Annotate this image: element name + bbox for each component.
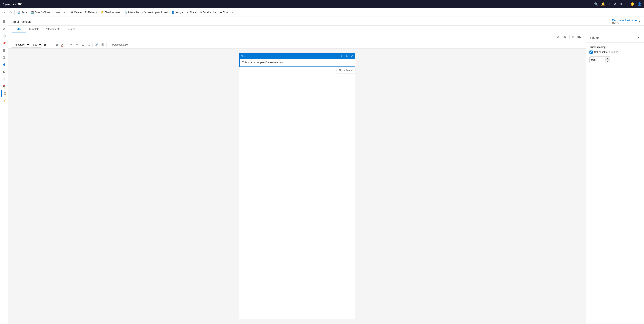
link-button[interactable]: 🔗 [94, 42, 99, 47]
sidebar-item-email-templates[interactable]: 📋 [1, 90, 8, 97]
ordered-list-button[interactable]: ≔ [74, 42, 80, 47]
sidebar-item-recent[interactable]: 🕐 [1, 33, 8, 39]
settings-icon[interactable]: ⚙ [620, 2, 622, 6]
font-color-button[interactable]: A ▾ [60, 42, 66, 47]
feedback-icon[interactable]: 😊 [630, 2, 634, 6]
help-icon[interactable]: ? [626, 2, 627, 6]
text-content-box[interactable]: This is an example of a text element. Go… [240, 59, 355, 67]
sidebar-item-pinned[interactable]: 📌 [1, 40, 8, 46]
align-button[interactable]: ≡ ▾ [68, 42, 74, 47]
flow-button[interactable]: ⇌ Flow [218, 10, 230, 14]
bold-button[interactable]: B [42, 42, 48, 47]
right-panel-header: Edit text ✕ [586, 33, 644, 42]
italic-button[interactable]: I [48, 42, 54, 47]
text-content: This is an example of a text element. [242, 61, 284, 64]
text-element-label: Text [240, 55, 246, 57]
comment-button[interactable]: 💬 [100, 42, 105, 47]
refresh-button[interactable]: ↻ Refresh [84, 10, 98, 14]
app-brand[interactable]: Dynamics 365 [2, 2, 22, 6]
underline-button[interactable]: U [54, 42, 60, 47]
search-icon[interactable]: 🔍 [594, 2, 598, 6]
redo-button[interactable]: ↻ [562, 34, 568, 40]
delete-button[interactable]: 🗑 Delete [69, 10, 83, 14]
share-button[interactable]: ↗ Share [185, 10, 198, 14]
sidebar-item-notes[interactable]: 🗒 [1, 69, 8, 75]
owner-label: Owner [612, 22, 637, 24]
set-equal-checkbox[interactable] [590, 50, 593, 54]
new-dropdown-button[interactable]: ▾ [62, 10, 67, 14]
unordered-list-button[interactable]: ☰ [80, 42, 86, 47]
notification-icon[interactable]: 🔔 [601, 2, 605, 6]
back-button[interactable]: ← [2, 10, 8, 14]
paragraph-style-select[interactable]: Paragraph [12, 42, 30, 47]
right-panel-title: Edit text [590, 36, 600, 39]
save-close-button[interactable]: 💾 Save & Close [29, 10, 51, 14]
comment-icon: 💬 [101, 43, 104, 46]
popout-button[interactable]: ⬡ [8, 10, 13, 14]
personalization-button[interactable]: {} Personalization [108, 43, 131, 47]
record-title: Email Template [12, 20, 31, 23]
text-copy-button[interactable]: ⧉ [344, 54, 349, 58]
top-nav-icons: 🔍 🔔 + ⚗ ⚙ ? 😊 👤 [594, 2, 642, 6]
tab-template[interactable]: Template [26, 25, 42, 33]
editor-top-divider [570, 35, 570, 39]
text-delete-button[interactable]: 🗑 [339, 54, 344, 58]
spacing-value-input[interactable] [590, 56, 606, 63]
top-nav: Dynamics 365 | 🔍 🔔 + ⚗ ⚙ ? 😊 👤 [0, 0, 644, 8]
sidebar-item-grid[interactable]: ⊞ [1, 47, 8, 53]
filter-icon[interactable]: ⚗ [614, 2, 616, 6]
save-button[interactable]: 💾 Save [16, 10, 29, 14]
font-color-label: A [61, 43, 63, 46]
sidebar-item-menu[interactable]: ☰ [1, 18, 8, 25]
text-copy-icon: ⧉ [346, 55, 348, 57]
check-access-icon: 🔑 [100, 11, 104, 14]
check-access-button[interactable]: 🔑 Check Access [99, 10, 122, 14]
sidebar-item-tasks[interactable]: ☑ [1, 54, 8, 61]
tab-attachments[interactable]: Attachments [42, 25, 63, 33]
format-divider-2 [92, 43, 93, 47]
spacing-stepper: ▲ ▼ [606, 56, 610, 63]
outer-spacing-title: Outer spacing [590, 46, 641, 48]
go-to-parent-button[interactable]: Go to Parent [337, 68, 355, 73]
tab-editor[interactable]: Editor [12, 25, 26, 33]
tab-related[interactable]: Related [63, 25, 79, 33]
text-element-actions: ↩ 🗑 ⧉ ⤢ [334, 54, 354, 58]
set-equal-label: Set equal for all sides [594, 51, 618, 53]
more-actions-button[interactable]: ⋯ [235, 9, 241, 15]
main-layout: ☰ ⌂ 🕐 📌 ⊞ ☑ 👤 🗒 📄 📚 📋 📝 Email Template F… [0, 17, 644, 324]
personalization-label: Personalization [112, 43, 129, 46]
flow-dropdown-arrow-icon: ▾ [232, 11, 233, 13]
more-formatting-button[interactable]: … [86, 42, 92, 47]
email-link-button[interactable]: ✉ Email a Link [198, 10, 218, 14]
spacing-up-button[interactable]: ▲ [606, 57, 610, 60]
text-move-button[interactable]: ⤢ [350, 54, 354, 58]
user-icon[interactable]: 👤 [638, 2, 642, 6]
editor-top-bar: ↺ ↻ </> HTML [8, 33, 586, 41]
personalization-icon: {} [110, 43, 111, 46]
insert-dynamic-button[interactable]: </> Insert dynamic text [141, 10, 169, 14]
html-view-button[interactable]: </> HTML [571, 35, 583, 38]
attach-file-button[interactable]: 📎 Attach file [122, 10, 140, 14]
assign-button[interactable]: 👤 Assign [170, 10, 184, 14]
owner-info: First name Last name Owner ▾ [612, 19, 640, 24]
unordered-list-icon: ☰ [82, 43, 84, 46]
flow-dropdown-button[interactable]: ▾ [230, 10, 234, 14]
right-panel-close-button[interactable]: ✕ [636, 35, 641, 40]
owner-chevron-icon[interactable]: ▾ [639, 20, 640, 23]
owner-name[interactable]: First name Last name [612, 19, 637, 22]
nav-divider: | [26, 2, 27, 5]
sidebar-item-home[interactable]: ⌂ [1, 25, 8, 32]
spacing-down-button[interactable]: ▼ [606, 60, 610, 63]
add-icon[interactable]: + [608, 2, 610, 6]
refresh-icon: ↻ [85, 11, 87, 14]
editor-main: ↺ ↻ </> HTML Paragraph [8, 33, 586, 324]
sidebar-item-documents[interactable]: 📄 [1, 76, 8, 82]
sidebar-item-library[interactable]: 📚 [1, 83, 8, 89]
sidebar-item-notes2[interactable]: 📝 [1, 97, 8, 104]
sidebar-item-contacts[interactable]: 👤 [1, 61, 8, 68]
text-arrow-button[interactable]: ↩ [334, 54, 339, 58]
font-size-select[interactable]: Size [30, 42, 42, 47]
new-button[interactable]: + New [52, 10, 62, 14]
assign-icon: 👤 [171, 11, 174, 14]
undo-button[interactable]: ↺ [555, 34, 561, 40]
